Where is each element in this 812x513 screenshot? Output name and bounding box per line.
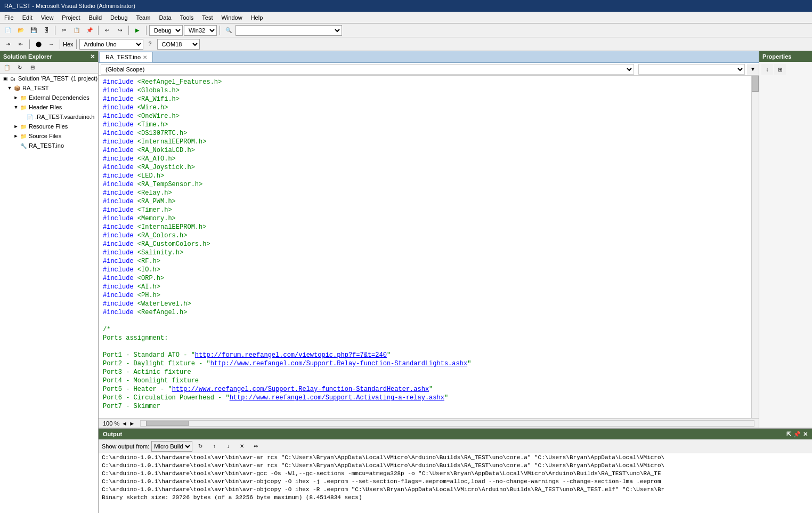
new-file-btn[interactable]: 📄 — [2, 25, 14, 36]
tree-vsarduino-file[interactable]: 📄 .RA_TEST.vsarduino.h — [0, 112, 98, 122]
output-float-btn[interactable]: ⇱ — [786, 431, 791, 438]
output-prev-btn[interactable]: ↑ — [208, 441, 220, 452]
scope-selector[interactable]: (Global Scope) — [101, 64, 634, 75]
board-dropdown[interactable]: Arduino Uno — [79, 39, 143, 50]
expand-project[interactable]: ▼ — [6, 85, 13, 91]
tree-resource-files[interactable]: ► 📁 Resource Files — [0, 122, 98, 131]
cut-btn[interactable]: ✂ — [58, 25, 70, 36]
menu-test[interactable]: Test — [198, 13, 217, 22]
menu-tools[interactable]: Tools — [176, 13, 198, 22]
redo-btn[interactable]: ↪ — [114, 25, 126, 36]
code-line[interactable] — [103, 317, 747, 325]
code-line[interactable] — [103, 342, 747, 351]
code-editor[interactable]: #include <ReefAngel_Features.h>#include … — [99, 76, 751, 418]
code-line[interactable]: Port1 - Standard ATO - "http://forum.ree… — [103, 351, 747, 359]
menu-project[interactable]: Project — [58, 13, 84, 22]
output-pin-btn[interactable]: 📌 — [793, 431, 801, 438]
code-line[interactable]: Port3 - Actinic fixture — [103, 368, 747, 376]
tree-main-ino[interactable]: 🔧 RA_TEST.ino — [0, 141, 98, 150]
expand-source[interactable]: ► — [13, 133, 19, 139]
menu-edit[interactable]: Edit — [18, 13, 37, 22]
output-refresh-btn[interactable]: ↻ — [194, 441, 206, 452]
port-dropdown[interactable]: COM18 — [157, 39, 200, 50]
prop-sort-btn[interactable]: ↕ — [761, 64, 773, 75]
code-line[interactable]: #include <RA_Wifi.h> — [103, 95, 747, 103]
output-clear-btn[interactable]: ✕ — [236, 441, 248, 452]
open-btn[interactable]: 📂 — [15, 25, 27, 36]
menu-file[interactable]: File — [0, 13, 18, 22]
nav-arrows[interactable]: ◄ ► — [121, 420, 135, 427]
code-line[interactable]: #include <ORP.h> — [103, 274, 747, 283]
indent-btn[interactable]: ⇥ — [2, 39, 14, 50]
code-line[interactable]: #include <ReefAngel_Features.h> — [103, 78, 747, 86]
code-line[interactable]: #include <Relay.h> — [103, 189, 747, 197]
code-line[interactable]: #include <RA_NokiaLCD.h> — [103, 146, 747, 155]
scroll-thumb-h[interactable] — [146, 421, 189, 426]
code-line[interactable]: #include <RA_Colors.h> — [103, 231, 747, 240]
code-line[interactable]: #include <Wire.h> — [103, 103, 747, 112]
editor-scrollbar-v[interactable] — [751, 76, 759, 418]
search-input[interactable] — [236, 25, 342, 36]
tree-source-files[interactable]: ► 📁 Source Files — [0, 131, 98, 141]
config-dropdown[interactable]: Debug — [149, 25, 183, 36]
code-line[interactable]: #include <RA_TempSensor.h> — [103, 180, 747, 189]
tab-ra-test[interactable]: RA_TEST.ino ✕ — [100, 52, 153, 62]
menu-debug[interactable]: Debug — [106, 13, 132, 22]
code-line[interactable]: #include <PH.h> — [103, 291, 747, 300]
code-line[interactable]: #include <RA_PWM.h> — [103, 197, 747, 206]
se-collapse-btn[interactable]: ⊟ — [27, 62, 38, 73]
output-next-btn[interactable]: ↓ — [222, 441, 234, 452]
platform-dropdown[interactable]: Win32 — [184, 25, 217, 36]
code-line[interactable]: /* — [103, 325, 747, 334]
code-line[interactable]: #include <ReefAngel.h> — [103, 308, 747, 317]
search-btn[interactable]: 🔍 — [223, 25, 234, 36]
breakpoint-btn[interactable]: ⬤ — [33, 39, 44, 50]
tree-header-files[interactable]: ▼ 📁 Header Files — [0, 102, 98, 112]
menu-help[interactable]: Help — [247, 13, 267, 22]
code-line[interactable]: #include <RA_ATO.h> — [103, 155, 747, 163]
undo-btn[interactable]: ↩ — [101, 25, 113, 36]
expand-header[interactable]: ▼ — [13, 104, 19, 110]
output-source-dropdown[interactable]: Micro Build — [151, 441, 192, 452]
navigate-btn[interactable]: ▼ — [747, 64, 759, 75]
copy-btn[interactable]: 📋 — [71, 25, 83, 36]
paste-btn[interactable]: 📌 — [84, 25, 95, 36]
code-line[interactable]: Port6 - Circulation Powerhead - "http://… — [103, 394, 747, 402]
code-line[interactable]: #include <RF.h> — [103, 257, 747, 266]
tab-close-btn[interactable]: ✕ — [143, 54, 147, 60]
tree-solution[interactable]: ▣ 🗂 Solution 'RA_TEST' (1 project) — [0, 74, 98, 83]
code-line[interactable]: #include <Memory.h> — [103, 214, 747, 223]
code-line[interactable]: #include <Time.h> — [103, 121, 747, 129]
se-close-btn[interactable]: ✕ — [90, 53, 95, 60]
code-line[interactable]: Ports assignment: — [103, 334, 747, 342]
code-line[interactable]: #include <OneWire.h> — [103, 112, 747, 121]
tree-project[interactable]: ▼ 📦 RA_TEST — [0, 83, 98, 93]
code-line[interactable]: #include <IO.h> — [103, 266, 747, 274]
step-over-btn[interactable]: → — [45, 39, 57, 50]
member-selector[interactable] — [638, 64, 745, 75]
code-line[interactable]: #include <Salinity.h> — [103, 249, 747, 257]
code-line[interactable]: #include <RA_CustomColors.h> — [103, 240, 747, 249]
code-line[interactable]: #include <InternalEEPROM.h> — [103, 138, 747, 146]
code-line[interactable]: #include <Globals.h> — [103, 86, 747, 95]
output-wordwrap-btn[interactable]: ⇔ — [250, 441, 262, 452]
se-properties-btn[interactable]: 📋 — [1, 62, 13, 73]
code-line[interactable]: Port4 - Moonlight fixture — [103, 376, 747, 385]
code-line[interactable]: Port5 - Heater - "http://www.reefangel.c… — [103, 385, 747, 394]
save-btn[interactable]: 💾 — [28, 25, 39, 36]
code-line[interactable]: #include <WaterLevel.h> — [103, 300, 747, 308]
output-close-btn[interactable]: ✕ — [803, 431, 808, 438]
menu-view[interactable]: View — [37, 13, 58, 22]
code-line[interactable]: #include <LED.h> — [103, 172, 747, 180]
help-btn[interactable]: ? — [144, 39, 156, 50]
code-line[interactable]: #include <RA_Joystick.h> — [103, 163, 747, 172]
save-all-btn[interactable]: 🗄 — [40, 25, 52, 36]
tree-external-deps[interactable]: ► 📁 External Dependencies — [0, 93, 98, 102]
menu-build[interactable]: Build — [85, 13, 106, 22]
run-btn[interactable]: ▶ — [132, 25, 143, 36]
expand-ext[interactable]: ► — [13, 94, 19, 101]
code-line[interactable]: Port2 - Daylight fixture - "http://www.r… — [103, 359, 747, 368]
expand-resource[interactable]: ► — [13, 123, 19, 130]
horizontal-scrollbar[interactable] — [140, 420, 754, 427]
se-refresh-btn[interactable]: ↻ — [14, 62, 26, 73]
